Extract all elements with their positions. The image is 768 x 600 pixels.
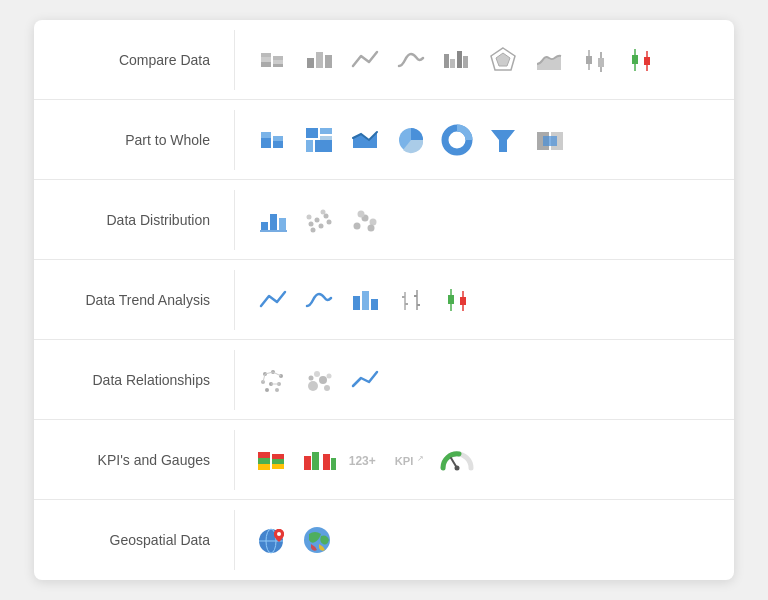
row-kpi-gauges: KPI's and Gauges [34,420,734,500]
icons-compare-data [234,30,734,90]
column-bar-icon[interactable] [301,42,337,78]
svg-rect-28 [320,128,332,134]
trend-bar-icon[interactable] [347,282,383,318]
trend-candle-icon[interactable] [439,282,475,318]
icons-data-trend [234,270,734,330]
svg-point-50 [321,209,326,214]
trend-line-icon[interactable] [255,282,291,318]
label-part-to-whole: Part to Whole [34,132,234,148]
globe-pin-icon[interactable] [255,522,291,558]
svg-point-44 [315,217,320,222]
row-data-relationships: Data Relationships [34,340,734,420]
svg-rect-5 [273,56,283,60]
svg-rect-10 [450,59,455,68]
trend-smooth-icon[interactable] [301,282,337,318]
svg-marker-35 [491,130,515,152]
svg-point-75 [265,388,269,392]
trend-ohlc-icon[interactable] [393,282,429,318]
svg-point-83 [314,371,320,377]
stacked-bar-blue-icon[interactable] [255,122,291,158]
kpi-text-icon[interactable]: KPI ↗ [393,442,429,478]
svg-rect-31 [320,136,332,140]
svg-rect-92 [272,464,284,469]
scatter-plot-icon[interactable] [347,202,383,238]
svg-rect-1 [261,57,271,62]
svg-point-45 [319,223,324,228]
svg-rect-88 [258,458,270,464]
icons-geospatial [234,510,734,570]
pie-chart-icon[interactable] [393,122,429,158]
grouped-bar-icon[interactable] [439,42,475,78]
svg-rect-24 [261,132,271,138]
svg-rect-20 [632,55,638,64]
network-small-icon[interactable] [255,362,291,398]
gauge-icon[interactable] [439,442,475,478]
smooth-line-icon[interactable] [393,42,429,78]
bubble-chart-icon[interactable] [301,362,337,398]
waterfall-icon[interactable] [531,122,567,158]
label-data-distribution: Data Distribution [34,212,234,228]
svg-rect-16 [586,56,592,64]
svg-point-51 [354,222,361,229]
row-compare-data: Compare Data [34,20,734,100]
treemap-icon[interactable] [301,122,337,158]
svg-rect-56 [353,296,360,310]
kpi-stacked-icon[interactable] [255,442,291,478]
row-geospatial: Geospatial Data [34,500,734,580]
svg-rect-39 [261,222,268,230]
svg-point-101 [455,465,460,470]
svg-rect-18 [598,58,604,67]
svg-rect-68 [460,297,466,305]
icons-part-to-whole [234,110,734,170]
kpi-grouped-icon[interactable] [301,442,337,478]
area-chart-icon[interactable] [531,42,567,78]
svg-rect-41 [279,218,286,230]
svg-point-55 [368,224,375,231]
svg-point-54 [358,210,365,217]
label-compare-data: Compare Data [34,52,234,68]
candlestick-grey-icon[interactable] [577,42,613,78]
row-data-trend: Data Trend Analysis [34,260,734,340]
dot-plot-icon[interactable] [301,202,337,238]
line-chart-icon[interactable] [347,42,383,78]
svg-point-76 [275,388,279,392]
label-data-relationships: Data Relationships [34,372,234,388]
svg-rect-89 [258,464,270,470]
svg-point-106 [277,532,281,536]
svg-rect-38 [543,136,557,146]
svg-rect-96 [331,458,336,470]
svg-point-86 [327,373,332,378]
kpi-number-icon[interactable]: 123+ [347,442,383,478]
radar-icon[interactable] [485,42,521,78]
svg-point-84 [324,385,330,391]
stacked-bar-icon[interactable] [255,42,291,78]
map-icon[interactable] [301,522,337,558]
funnel-icon[interactable] [485,122,521,158]
candlestick-color-icon[interactable] [623,42,659,78]
label-kpi-gauges: KPI's and Gauges [34,452,234,468]
donut-chart-icon[interactable] [439,122,475,158]
svg-rect-11 [457,51,462,68]
svg-point-34 [452,135,462,145]
svg-rect-3 [273,64,283,67]
svg-rect-58 [371,299,378,310]
histogram-icon[interactable] [255,202,291,238]
svg-line-78 [273,372,281,376]
area-blue-icon[interactable] [347,122,383,158]
svg-rect-22 [644,57,650,65]
svg-point-47 [311,227,316,232]
svg-rect-95 [323,454,330,470]
svg-point-46 [324,213,329,218]
svg-rect-12 [463,56,468,68]
svg-rect-7 [316,52,323,68]
svg-rect-8 [325,55,332,68]
svg-rect-26 [273,136,283,141]
svg-rect-27 [306,128,318,138]
relationship-line-icon[interactable] [347,362,383,398]
svg-rect-30 [315,140,332,152]
svg-rect-94 [312,452,319,470]
label-geospatial: Geospatial Data [34,532,234,548]
svg-point-82 [319,376,327,384]
svg-marker-14 [496,53,510,66]
svg-rect-66 [448,295,454,304]
